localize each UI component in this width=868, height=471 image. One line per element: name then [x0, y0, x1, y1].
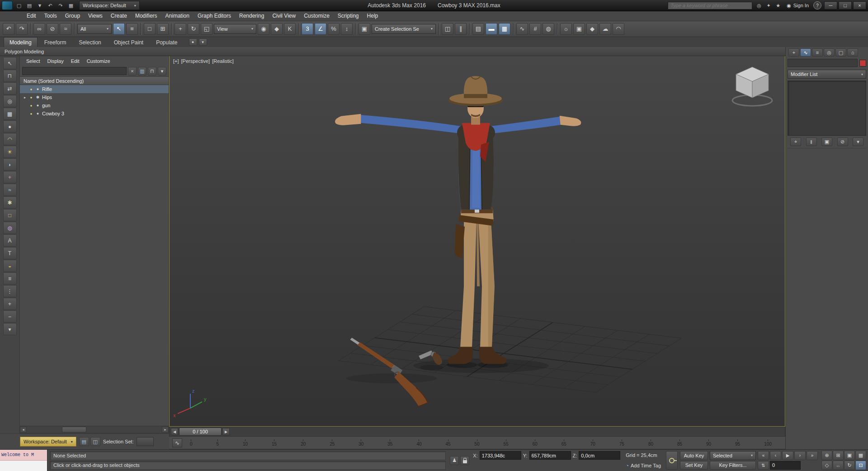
menu-item[interactable]: Scripting — [334, 11, 363, 20]
object-color-swatch[interactable] — [859, 60, 866, 67]
unlink-selection-icon[interactable]: ⊘ — [47, 23, 58, 35]
x-coordinate-field[interactable] — [480, 451, 521, 460]
workspace-selector-dropdown[interactable]: Workspace: Default — [20, 437, 76, 447]
explorer-row-rifle[interactable]: ● ● Rifle — [20, 85, 169, 93]
rendered-frame-window-icon[interactable]: ▣ — [573, 23, 585, 35]
sync-selection-icon[interactable]: ⇄ — [3, 82, 17, 95]
pin-stack-icon[interactable]: ⌖ — [790, 138, 801, 146]
selection-sets-icon[interactable]: ◫ — [90, 437, 100, 446]
make-unique-icon[interactable]: ▣ — [821, 138, 832, 146]
scroll-left-icon[interactable]: ◂ — [20, 427, 27, 433]
sign-in-button[interactable]: ◉ Sign In — [785, 3, 811, 9]
project-folder-icon[interactable]: ▦ — [66, 1, 75, 10]
explorer-column-header[interactable]: Name (Sorted Descending) — [20, 76, 169, 85]
scroll-right-icon[interactable]: ▸ — [162, 427, 169, 433]
redo-icon[interactable]: ↷ — [56, 1, 65, 10]
listener-field[interactable] — [0, 460, 47, 471]
explorer-config-icon[interactable]: ▾ — [3, 323, 17, 335]
expand-arrow-icon[interactable]: ▸ — [23, 95, 27, 100]
pick-parent-icon[interactable]: ↖ — [3, 57, 17, 69]
display-containers-icon[interactable]: □ — [3, 209, 17, 221]
timeline-tick[interactable]: 70 — [590, 439, 595, 447]
redo-icon[interactable]: ↷ — [16, 23, 28, 35]
display-shapes-icon[interactable]: ◠ — [3, 133, 17, 145]
viewport-3d-scene[interactable]: x y z — [170, 56, 785, 426]
modifier-stack[interactable] — [788, 81, 866, 136]
collapse-all-icon[interactable]: − — [3, 310, 17, 323]
menu-item[interactable]: Tools — [40, 11, 61, 20]
zoom-icon[interactable]: ⊕ — [821, 451, 832, 460]
timeline-tick[interactable]: 60 — [533, 439, 538, 447]
timeline-tick[interactable]: 35 — [387, 439, 392, 447]
minimize-button[interactable]: ─ — [824, 1, 837, 10]
display-helpers-icon[interactable]: + — [3, 171, 17, 183]
column-chooser-icon[interactable]: ▥ — [138, 67, 146, 76]
curve-editor-icon[interactable]: ∿ — [516, 23, 528, 35]
explorer-horizontal-scrollbar[interactable]: ◂ ▸ — [20, 426, 169, 433]
object-name[interactable]: Cowboy 3 — [42, 111, 64, 116]
play-button[interactable]: ▶ — [782, 451, 793, 460]
viewport-shading-menu[interactable]: [Realistic] — [212, 58, 234, 64]
timeline-tick[interactable]: 75 — [619, 439, 624, 447]
timeline-tick[interactable]: 55 — [504, 439, 509, 447]
pan-icon[interactable]: ⇔ — [833, 461, 844, 470]
ribbon-minimize-icon[interactable]: ▾ — [199, 38, 207, 46]
ribbon-tab[interactable]: Object Paint — [108, 37, 149, 47]
save-file-icon[interactable]: ▼ — [35, 1, 44, 10]
mini-curve-editor-icon[interactable]: ∿ — [172, 438, 182, 447]
orbit-icon[interactable]: ↻ — [844, 461, 855, 470]
menu-item[interactable]: Animation — [161, 11, 193, 20]
viewport-view-menu[interactable]: [Perspective] — [181, 58, 210, 64]
current-frame-field[interactable] — [770, 461, 801, 470]
next-frame-arrow-icon[interactable]: ▶ — [222, 428, 230, 435]
tab-hierarchy-icon[interactable]: ≡ — [812, 48, 823, 57]
snaps-toggle-3d-icon[interactable]: 3 — [302, 23, 313, 35]
select-and-rotate-icon[interactable]: ↻ — [188, 23, 199, 35]
communication-center-icon[interactable]: ✦ — [764, 1, 773, 10]
lock-cell-editing-icon[interactable]: ⊓ — [3, 70, 17, 82]
object-name[interactable]: Rifle — [42, 86, 52, 92]
schematic-view-icon[interactable]: # — [529, 23, 541, 35]
percent-snap-icon[interactable]: % — [328, 23, 340, 35]
ribbon-config-icon[interactable]: ● — [189, 38, 197, 46]
tab-utilities-icon[interactable]: ⌂ — [847, 48, 858, 57]
previous-frame-arrow-icon[interactable]: ◀ — [171, 428, 178, 435]
menu-item[interactable]: Help — [363, 11, 382, 20]
tab-modify-icon[interactable]: ∿ — [800, 48, 811, 57]
macro-recorder-field[interactable]: Welcome to M — [0, 450, 47, 460]
scrollbar-thumb[interactable] — [62, 427, 86, 433]
visibility-bulb-icon[interactable]: ● — [29, 95, 33, 100]
timeline-tick[interactable]: 0 — [190, 439, 193, 447]
open-file-icon[interactable]: ▤ — [25, 1, 34, 10]
explorer-menu-item[interactable]: Select — [23, 57, 44, 65]
material-editor-icon[interactable]: ◍ — [542, 23, 554, 35]
timeline-tick[interactable]: 95 — [735, 439, 740, 447]
search-input[interactable] — [668, 2, 752, 10]
menu-item[interactable]: Civil View — [268, 11, 300, 20]
explorer-search-input[interactable] — [22, 67, 127, 75]
timeline-tick[interactable]: 45 — [445, 439, 450, 447]
perspective-viewport[interactable]: [+] [Perspective] [Realistic] — [169, 56, 785, 427]
expand-all-icon[interactable]: + — [3, 298, 17, 310]
track-bar[interactable]: ∿ 05101520253035404550556065707580859095… — [169, 437, 785, 449]
timeline-tick[interactable]: 20 — [301, 439, 306, 447]
rifle-model[interactable] — [346, 338, 437, 406]
undo-icon[interactable]: ↶ — [3, 23, 14, 35]
object-name[interactable]: Hips — [42, 95, 52, 100]
workspace-dropdown[interactable]: Workspace: Default — [79, 1, 140, 10]
timeline-tick[interactable]: 5 — [217, 439, 219, 447]
maximize-viewport-icon[interactable]: ⊡ — [855, 461, 866, 470]
menu-item[interactable]: Create — [107, 11, 131, 20]
ribbon-tab[interactable]: Freeform — [38, 37, 72, 47]
sort-by-type-icon[interactable]: T — [3, 247, 17, 259]
menu-item[interactable]: Modifiers — [131, 11, 161, 20]
timeline-tick[interactable]: 30 — [359, 439, 363, 447]
menu-item[interactable]: Graph Editors — [193, 11, 235, 20]
menu-item[interactable]: Edit — [23, 11, 40, 20]
tab-create-icon[interactable]: + — [788, 48, 799, 57]
menu-item[interactable]: Rendering — [235, 11, 268, 20]
previous-frame-button[interactable]: ‹ — [770, 451, 781, 460]
named-selection-sets-dropdown[interactable]: Create Selection Se — [372, 24, 436, 34]
layers-toolbar-icon[interactable]: ▤ — [79, 437, 89, 446]
close-button[interactable]: × — [853, 1, 866, 10]
